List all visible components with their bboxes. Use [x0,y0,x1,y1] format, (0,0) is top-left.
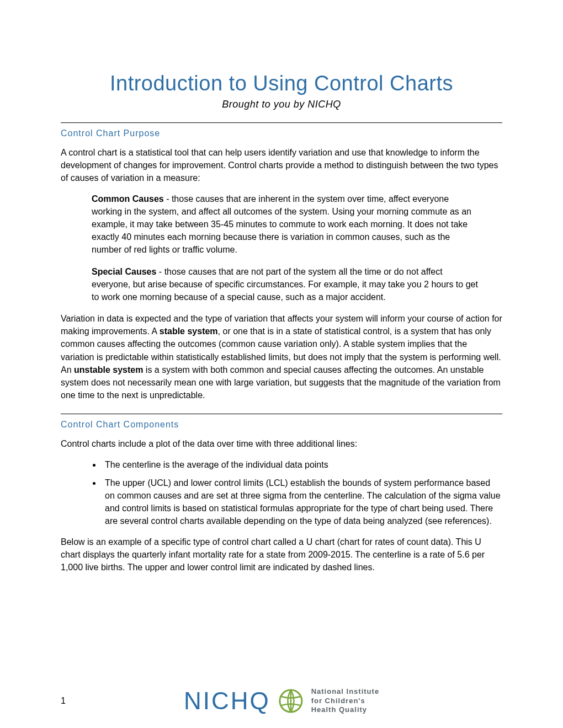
stable-system-label: stable system [160,326,218,336]
divider [61,414,502,414]
special-causes-label: Special Causes [92,267,156,276]
below-example-paragraph: Below is an example of a specific type o… [61,536,502,574]
intro-paragraph: A control chart is a statistical tool th… [61,146,502,185]
page-title: Introduction to Using Control Charts [61,72,502,95]
section-heading-components: Control Chart Components [61,420,502,430]
globe-icon [278,688,304,714]
list-item: The upper (UCL) and lower control limits… [102,477,502,528]
unstable-system-label: unstable system [74,365,143,374]
common-causes-block: Common Causes - those causes that are in… [92,192,480,256]
list-item: The centerline is the average of the ind… [102,458,502,471]
logo-letters: NICHQ [184,687,270,715]
logo-caption-l3: Health Quality [311,705,379,715]
components-list: The centerline is the average of the ind… [88,458,502,528]
logo-caption: National Institute for Children's Health… [311,687,379,715]
variation-paragraph: Variation in data is expected and the ty… [61,312,502,402]
logo-caption-l1: National Institute [311,687,379,697]
page-footer: 1 NICHQ National Institute for Children'… [61,696,502,706]
logo-caption-l2: for Children's [311,697,379,706]
page-number: 1 [61,696,66,706]
common-causes-label: Common Causes [92,194,164,204]
components-intro: Control charts include a plot of the dat… [61,437,502,450]
page-subtitle: Brought to you by NICHQ [61,99,502,110]
divider [61,122,502,123]
nichq-logo: NICHQ National Institute for Children's … [184,687,379,715]
special-causes-block: Special Causes - those causes that are n… [92,265,480,304]
section-heading-purpose: Control Chart Purpose [61,129,502,138]
